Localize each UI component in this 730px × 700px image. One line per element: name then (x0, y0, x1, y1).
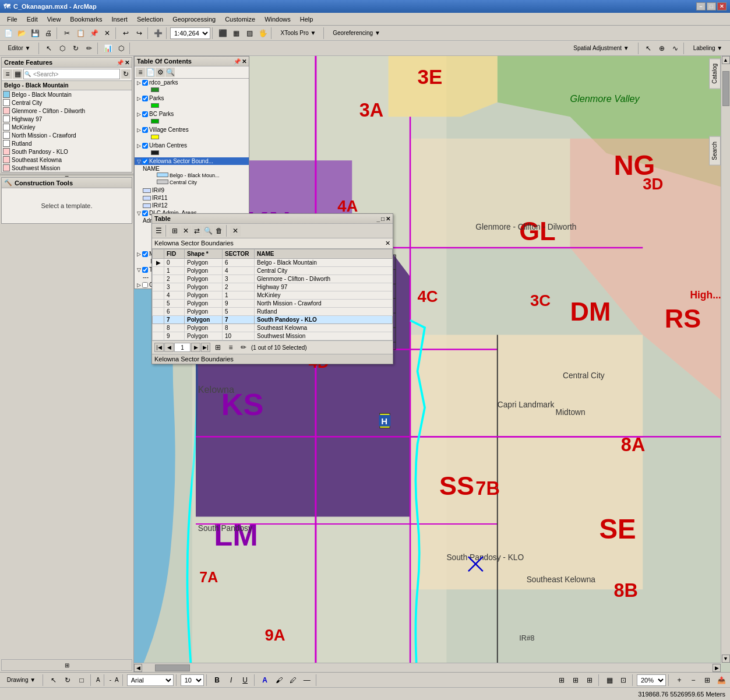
layer-rutland[interactable]: Rutland (2, 139, 132, 147)
scale-dropdown[interactable]: 1:40,264 (170, 27, 210, 39)
col-fid[interactable]: FID (164, 249, 185, 259)
nav-page-input[interactable] (174, 343, 191, 352)
toc-cb-dlc[interactable] (142, 210, 148, 216)
pan-button[interactable]: 🖐 (256, 27, 269, 40)
tw-switch-sel[interactable]: ⇄ (192, 226, 202, 236)
toc-expand-dlc[interactable]: ▽ (137, 210, 141, 216)
bold-btn[interactable]: B (211, 674, 224, 687)
menu-file[interactable]: File (2, 15, 22, 24)
layer-mckinley[interactable]: McKinley (2, 123, 132, 131)
tw-select-all[interactable]: ⊞ (170, 226, 180, 236)
table-row[interactable]: ▶ 0 Polygon 6 Belgo - Black Mountain (153, 259, 393, 267)
sketch-tool[interactable]: ✏ (83, 42, 96, 55)
cf-list-view[interactable]: ≡ (3, 69, 12, 79)
rotate-tool[interactable]: ↻ (69, 42, 82, 55)
table-row[interactable]: 2 Polygon 3 Glenmore - Clifton - Dilwort… (153, 275, 393, 283)
georef-button[interactable]: Georeferencing ▼ (327, 27, 386, 40)
nav-prev[interactable]: ◀ (164, 343, 174, 352)
save-button[interactable]: 💾 (29, 27, 41, 40)
zoom-layer-button[interactable]: ▦ (230, 27, 242, 40)
edit-tool[interactable]: ↖ (43, 42, 55, 55)
tw-max-icon[interactable]: □ (381, 216, 385, 222)
line-btn[interactable]: — (301, 674, 313, 687)
layer-belgo[interactable]: Belgo - Black Mountain (2, 90, 132, 99)
toc-cb-muni[interactable] (142, 251, 148, 257)
xtools-button[interactable]: XTools Pro ▼ (275, 27, 322, 40)
tw-min-icon[interactable]: _ (376, 216, 380, 222)
menu-selection[interactable]: Selection (132, 15, 168, 24)
scroll-left-btn[interactable]: ◀ (134, 664, 142, 672)
vertex-tool[interactable]: ⬡ (56, 42, 69, 55)
toc-expand-trails[interactable]: ▽ (137, 267, 141, 273)
cf-search-input[interactable] (23, 69, 120, 79)
fill-btn[interactable]: 🖊 (287, 674, 299, 687)
table-row[interactable]: 4 Polygon 1 McKinley (153, 291, 393, 300)
map-scrollbar-vertical[interactable]: ▲ ▼ (721, 56, 730, 663)
menu-help[interactable]: Help (295, 15, 318, 24)
panel-resize-handle[interactable]: ⚊ (0, 174, 133, 176)
nav-next[interactable]: ▶ (191, 343, 200, 352)
table-row[interactable]: 5 Polygon 9 North Mission - Crawford (153, 300, 393, 308)
toc-cb-urban[interactable] (142, 143, 148, 149)
print-button[interactable]: 🖨 (42, 27, 55, 40)
italic-btn[interactable]: I (225, 674, 238, 687)
cf-grid-view[interactable]: ▦ (13, 69, 22, 79)
font-color-btn[interactable]: A (259, 674, 271, 687)
tw-delete[interactable]: ✕ (230, 226, 241, 236)
topology-btn[interactable]: ⬡ (115, 42, 128, 55)
align-center[interactable]: ⊞ (569, 674, 582, 687)
grid-tool1[interactable]: ▦ (603, 674, 616, 687)
font-size-dropdown[interactable]: 10 (181, 674, 204, 686)
fit-btn[interactable]: ⊞ (701, 674, 714, 687)
spatial-adj-dropdown[interactable]: Spatial Adjustment ▼ (566, 42, 636, 55)
table-row[interactable]: 1 Polygon 4 Central City (153, 267, 393, 275)
scroll-right-btn[interactable]: ▶ (713, 664, 721, 672)
toc-cb-bc[interactable] (142, 111, 148, 117)
align-right[interactable]: ⊞ (583, 674, 596, 687)
toc-cb-village[interactable] (142, 127, 148, 133)
toc-options-btn[interactable]: ⚙ (156, 68, 165, 77)
cut-button[interactable]: ✂ (61, 27, 73, 40)
adj-tool3[interactable]: ∿ (669, 42, 682, 55)
minimize-button[interactable]: – (696, 2, 706, 10)
toc-cb-kelowna[interactable] (142, 159, 148, 164)
toc-parks[interactable]: ▷ Parks (135, 94, 249, 102)
draw-tool2[interactable]: □ (75, 674, 88, 687)
tw-del-row[interactable]: 🗑 (214, 226, 224, 236)
paste-button[interactable]: 📌 (87, 27, 100, 40)
toc-list-btn[interactable]: ≡ (136, 68, 145, 77)
zoom-sel-button[interactable]: ▨ (243, 27, 256, 40)
menu-view[interactable]: View (43, 15, 66, 24)
toc-search-btn[interactable]: 🔍 (165, 68, 175, 77)
scroll-down-btn[interactable]: ▼ (722, 655, 730, 663)
nav-grid-icon[interactable]: ⊞ (213, 343, 223, 352)
export-btn[interactable]: 📤 (715, 674, 728, 687)
zoom-out-btn[interactable]: − (687, 674, 700, 687)
scroll-thumb-h[interactable] (155, 664, 190, 671)
toc-expand-kelowna[interactable]: ▽ (137, 159, 141, 164)
redo-button[interactable]: ↪ (133, 27, 146, 40)
nav-last[interactable]: ▶| (201, 343, 210, 352)
toc-expand-urban[interactable]: ▷ (137, 143, 141, 149)
undo-button[interactable]: ↩ (119, 27, 132, 40)
layer-south-pandosy[interactable]: South Pandosy - KLO (2, 147, 132, 156)
maximize-button[interactable]: □ (707, 2, 716, 10)
toc-bc-parks[interactable]: ▷ BC Parks (135, 110, 249, 118)
col-name[interactable]: NAME (255, 249, 393, 259)
tw-close-tab[interactable]: ✕ (385, 240, 390, 247)
menu-windows[interactable]: Windows (260, 15, 295, 24)
labeling-dropdown[interactable]: Labeling ▼ (687, 42, 728, 55)
menu-edit[interactable]: Edit (22, 15, 43, 24)
menu-bookmarks[interactable]: Bookmarks (65, 15, 107, 24)
tw-options[interactable]: ☰ (153, 226, 164, 236)
pointer-tool[interactable]: ↖ (47, 674, 60, 687)
draw-tool1[interactable]: ↻ (61, 674, 74, 687)
table-row[interactable]: 3 Polygon 2 Highway 97 (153, 283, 393, 291)
toc-source-btn[interactable]: 📄 (146, 68, 155, 77)
highlight-btn[interactable]: 🖌 (273, 674, 285, 687)
align-left[interactable]: ⊞ (555, 674, 568, 687)
col-sector[interactable]: SECTOR (223, 249, 255, 259)
close-button[interactable]: ✕ (717, 2, 727, 10)
menu-geoprocessing[interactable]: Geoprocessing (168, 15, 220, 24)
toc-expand-golf[interactable]: ▷ (137, 282, 141, 288)
